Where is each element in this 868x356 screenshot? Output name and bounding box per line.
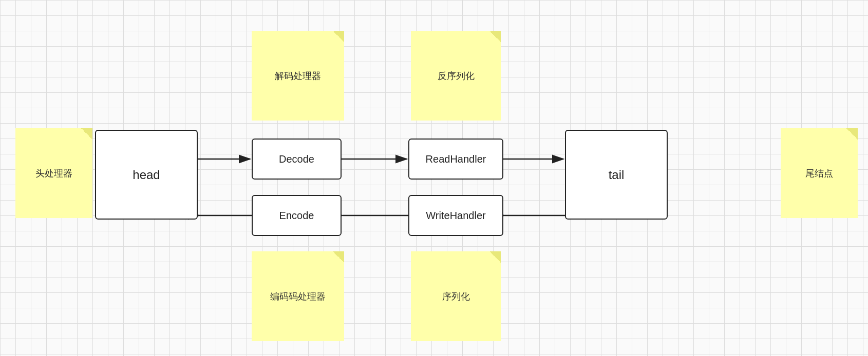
- box-read-handler-label: ReadHandler: [426, 153, 486, 165]
- note-deserialize-label: 反序列化: [438, 70, 475, 82]
- box-write-handler[interactable]: WriteHandler: [408, 195, 503, 236]
- note-decode-handler-label: 解码处理器: [275, 70, 321, 82]
- note-tail-handler-label: 尾结点: [805, 167, 833, 180]
- box-write-handler-label: WriteHandler: [426, 210, 485, 222]
- note-tail-handler: 尾结点: [781, 128, 858, 218]
- note-head-handler-label: 头处理器: [35, 167, 72, 180]
- note-head-handler: 头处理器: [15, 128, 92, 218]
- box-head-label: head: [133, 168, 160, 182]
- note-encode-handler: 编码码处理器: [252, 251, 344, 341]
- diagram-canvas: 解码处理器 反序列化 头处理器 尾结点 编码码处理器 序列化 head Deco…: [0, 0, 868, 356]
- note-encode-handler-label: 编码码处理器: [270, 290, 326, 303]
- note-serialize-label: 序列化: [442, 290, 470, 303]
- box-tail-label: tail: [609, 168, 625, 182]
- note-decode-handler: 解码处理器: [252, 31, 344, 121]
- box-tail[interactable]: tail: [565, 130, 668, 220]
- box-encode[interactable]: Encode: [252, 195, 342, 236]
- note-serialize: 序列化: [411, 251, 501, 341]
- box-encode-label: Encode: [279, 210, 314, 222]
- box-decode-label: Decode: [279, 153, 314, 165]
- note-deserialize: 反序列化: [411, 31, 501, 121]
- box-read-handler[interactable]: ReadHandler: [408, 139, 503, 180]
- box-head[interactable]: head: [95, 130, 198, 220]
- box-decode[interactable]: Decode: [252, 139, 342, 180]
